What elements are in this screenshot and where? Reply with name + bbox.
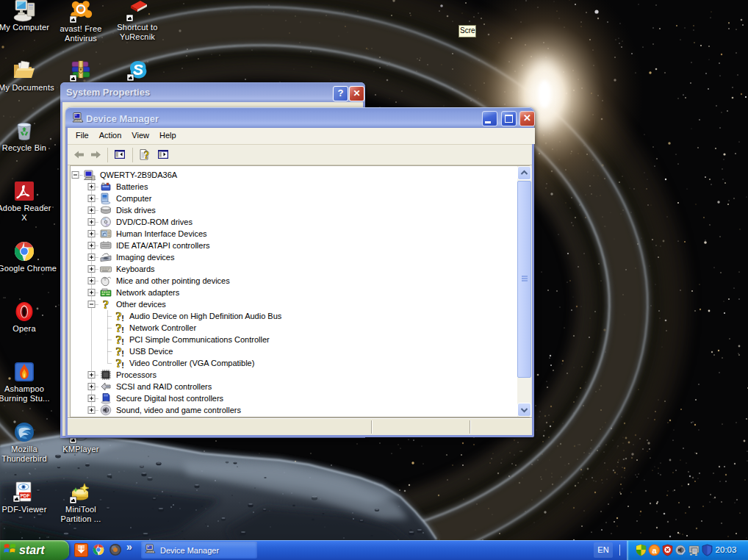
svg-text:DVD/CD-ROM drives: DVD/CD-ROM drives: [116, 218, 193, 226]
svg-text:?: ?: [144, 149, 150, 161]
svg-text:!: !: [121, 361, 124, 370]
svg-text:Network adapters: Network adapters: [116, 288, 180, 297]
svg-text:Network Controller: Network Controller: [129, 323, 196, 332]
svg-text:Computer: Computer: [116, 194, 152, 203]
svg-text:QWERTY-2B9DA36A: QWERTY-2B9DA36A: [100, 170, 178, 179]
svg-text:?: ?: [103, 298, 109, 312]
svg-text:Processors: Processors: [116, 370, 157, 379]
svg-text:Human Interface Devices: Human Interface Devices: [116, 229, 207, 238]
svg-text:Batteries: Batteries: [116, 182, 148, 191]
svg-text:PCI Simple Communications Cont: PCI Simple Communications Controller: [129, 335, 270, 344]
svg-text:Sound, video and game controll: Sound, video and game controllers: [116, 406, 241, 414]
svg-text:Secure Digital host controller: Secure Digital host controllers: [116, 394, 224, 403]
svg-text:PDF: PDF: [21, 493, 30, 498]
svg-text:Keyboards: Keyboards: [116, 265, 155, 273]
svg-text:Disk drives: Disk drives: [116, 206, 156, 215]
svg-text:Audio Device on High Definitio: Audio Device on High Definition Audio Bu…: [129, 312, 282, 320]
svg-text:IDE ATA/ATAPI controllers: IDE ATA/ATAPI controllers: [116, 241, 210, 250]
svg-text:Video Controller (VGA Compatib: Video Controller (VGA Compatible): [129, 359, 254, 367]
svg-text:USB Device: USB Device: [129, 347, 173, 356]
svg-text:a: a: [652, 546, 657, 555]
svg-text:Other devices: Other devices: [116, 300, 166, 309]
svg-text:Imaging devices: Imaging devices: [116, 253, 175, 262]
svg-text:Mice and other pointing device: Mice and other pointing devices: [116, 276, 230, 285]
svg-text:SCSI and RAID controllers: SCSI and RAID controllers: [116, 382, 212, 391]
